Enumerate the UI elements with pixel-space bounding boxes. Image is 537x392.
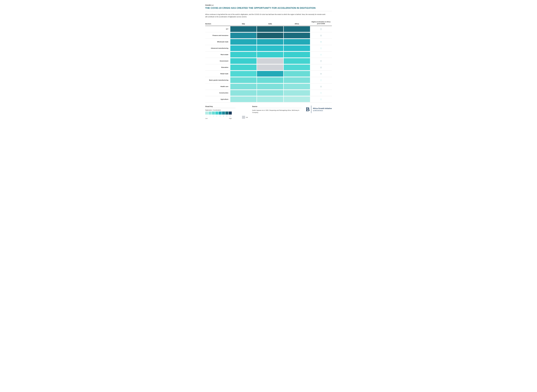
arrow-key-icon: ↑ (229, 115, 232, 117)
italy-bar (230, 45, 257, 51)
up-arrow-icon: ↑ (320, 60, 322, 62)
italy-bar (230, 58, 257, 64)
africa-bar (284, 52, 310, 57)
arrow-row: ↑↑↑↑↑↑↑↑ (205, 115, 236, 117)
table-row: Retail trade↑ (205, 71, 332, 77)
sector-label: Health care (205, 83, 230, 90)
arrow-cell: ↑ (310, 58, 332, 64)
india-bar (257, 71, 283, 77)
arrow-key-icon: ↑ (215, 115, 218, 117)
africa-bar (284, 97, 310, 102)
india-bar-cell (257, 39, 283, 45)
arrow-cell: ↑ (310, 90, 332, 96)
sector-label: Construction (205, 90, 230, 96)
italy-bar-cell (230, 51, 257, 58)
chart-header: Sectors Italy India Africa Digital accel… (205, 21, 332, 25)
africa-bar (284, 26, 310, 32)
italy-bar-cell (230, 32, 257, 39)
up-arrow-icon: ↑ (320, 40, 322, 43)
italy-bar (230, 65, 257, 70)
africa-bar-cell (283, 51, 310, 58)
india-bar-cell (257, 71, 283, 77)
italy-bar-cell (230, 71, 257, 77)
key-divider (205, 108, 236, 108)
logo-name: Africa Growth Initiative (313, 107, 332, 110)
up-arrow-icon: ↑ (320, 47, 322, 50)
africa-bar (284, 84, 310, 89)
india-bar-cell (257, 32, 283, 39)
up-arrow-icon: ↑ (320, 92, 322, 94)
africa-bar-cell (283, 71, 310, 77)
source-title: Source (252, 106, 301, 107)
table-row: Education↑ (205, 64, 332, 71)
chart-container: Sectors Italy India Africa Digital accel… (205, 21, 332, 103)
india-bar (257, 77, 283, 83)
figure-label: FIGURE 1.2 (205, 4, 332, 6)
table-row: Government↑ (205, 58, 332, 64)
table-row: Basic goods manufacturing↑ (205, 77, 332, 83)
italy-bar-cell (230, 96, 257, 103)
up-arrow-icon: ↑ (320, 79, 322, 82)
arrow-key-icon: ↑ (212, 115, 215, 117)
arrow-cell: ↑ (310, 71, 332, 77)
source-text1: Kartik Jayaram et al. 2020. (252, 109, 269, 111)
visual-key-title: Visual Key (205, 106, 236, 107)
italy-bar-cell (230, 64, 257, 70)
table-row: Finance and insurance↑ (205, 32, 332, 39)
africa-bar-cell (283, 26, 310, 32)
na-swatch (242, 116, 245, 119)
italy-bar-cell (230, 26, 257, 32)
table-row: Advanced manufacturing↑ (205, 45, 332, 51)
italy-bar-cell (230, 77, 257, 83)
sector-label: Retail trade (205, 71, 230, 77)
india-bar (257, 26, 283, 32)
color-swatch (205, 112, 208, 115)
italy-bar (230, 77, 257, 83)
india-bar-cell (257, 77, 283, 83)
table-row: Construction↑ (205, 90, 332, 96)
india-bar (257, 52, 283, 57)
na-block: n/a (242, 116, 248, 119)
logo-block: B Africa Growth Initiative at BROOKINGS (306, 106, 332, 113)
figure-title: THE COVID-19 CRISIS HAS CREATED THE OPPO… (205, 6, 332, 10)
source-italic: Reopening and Reimagining Africa. (269, 109, 291, 111)
italy-header: Italy (230, 23, 257, 25)
table-row: ICT↑ (205, 26, 332, 32)
africa-bar-cell (283, 90, 310, 96)
chart-rows: ICT↑Finance and insurance↑Wholesale trad… (205, 26, 332, 103)
india-bar (257, 65, 283, 70)
color-swatch (229, 112, 232, 115)
arrow-cell: ↑ (310, 77, 332, 83)
sector-label: Basic goods manufacturing (205, 77, 230, 83)
india-bar (257, 45, 283, 51)
up-arrow-icon: ↑ (320, 72, 322, 75)
africa-bar (284, 77, 310, 83)
arrow-key-icon: ↑ (205, 115, 208, 117)
italy-bar-cell (230, 39, 257, 45)
india-bar-cell (257, 26, 283, 32)
india-bar-cell (257, 51, 283, 58)
up-arrow-icon: ↑ (320, 66, 322, 69)
arrow-cell: ↑ (310, 32, 332, 39)
arrow-key-icon: ↑ (225, 115, 228, 117)
italy-bar-cell (230, 83, 257, 90)
india-bar-cell (257, 64, 283, 70)
africa-bar-cell (283, 83, 310, 90)
arrow-cell: ↑ (310, 83, 332, 90)
up-arrow-icon: ↑ (320, 85, 322, 88)
arrow-key-icon: ↑ (219, 115, 222, 117)
italy-bar (230, 39, 257, 45)
italy-bar (230, 71, 257, 77)
sectors-header: Sectors (205, 23, 230, 25)
italy-bar (230, 52, 257, 57)
india-bar (257, 84, 283, 89)
arrow-cell: ↑ (310, 26, 332, 32)
india-bar (257, 39, 283, 45)
africa-bar-cell (283, 39, 310, 45)
africa-bar (284, 65, 310, 70)
italy-bar (230, 97, 257, 102)
india-bar (257, 90, 283, 96)
sector-label: Finance and insurance (205, 32, 230, 39)
italy-bar-cell (230, 58, 257, 64)
africa-bar (284, 90, 310, 96)
